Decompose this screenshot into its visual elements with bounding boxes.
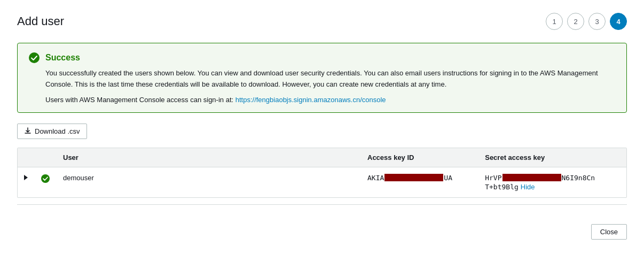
download-icon (24, 127, 32, 135)
row-expand[interactable] (18, 167, 34, 197)
console-link-row: Users with AWS Management Console access… (45, 96, 616, 104)
svg-point-0 (29, 52, 40, 63)
close-btn-container: Close (17, 218, 627, 240)
table-row: demouser AKIAUA HrVPN6I9n8Cn (18, 167, 626, 197)
col-access-key-id: Access key ID (361, 148, 478, 167)
success-header: Success (28, 52, 616, 64)
col-secret-access-key: Secret access key (478, 148, 626, 167)
row-status (34, 167, 57, 197)
step-1: 1 (546, 13, 563, 30)
step-3: 3 (588, 13, 606, 30)
users-table: User Access key ID Secret access key (17, 148, 627, 198)
table-header-row: User Access key ID Secret access key (18, 148, 626, 167)
svg-point-1 (41, 174, 50, 183)
success-title: Success (45, 53, 80, 63)
page-header: Add user 1 2 3 4 (17, 13, 627, 30)
bottom-divider (17, 204, 627, 205)
access-key-redacted (384, 174, 443, 181)
secret-key-redacted (502, 174, 561, 181)
chevron-right-icon[interactable] (24, 175, 28, 180)
row-username: demouser (57, 167, 361, 197)
success-body: You successfully created the users shown… (45, 68, 616, 90)
row-secret-key: HrVPN6I9n8Cn T+bt9Blg Hide (478, 167, 626, 197)
success-icon (28, 52, 40, 64)
row-access-key-id: AKIAUA (361, 167, 478, 197)
success-alert: Success You successfully created the use… (17, 43, 627, 113)
step-2: 2 (567, 13, 584, 30)
check-icon (41, 174, 50, 183)
close-button[interactable]: Close (591, 224, 627, 240)
hide-secret-link[interactable]: Hide (521, 183, 535, 191)
col-expand (18, 148, 34, 167)
col-user: User (57, 148, 361, 167)
page-title: Add user (17, 14, 64, 28)
col-check (34, 148, 57, 167)
download-csv-button[interactable]: Download .csv (17, 124, 87, 139)
stepper: 1 2 3 4 (546, 13, 627, 30)
console-link[interactable]: https://fengbiaobjs.signin.amazonaws.cn/… (235, 96, 386, 104)
step-4: 4 (610, 13, 627, 30)
